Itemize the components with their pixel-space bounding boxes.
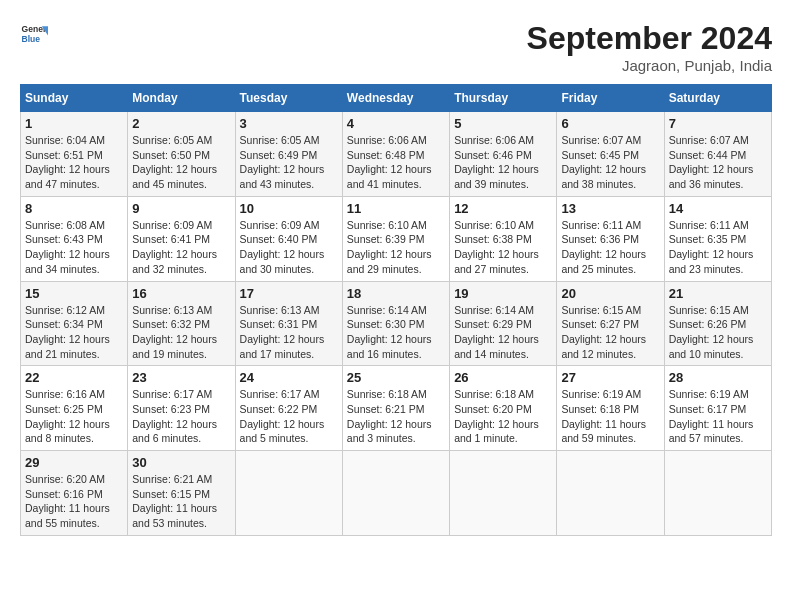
calendar-week-1: 1 Sunrise: 6:04 AMSunset: 6:51 PMDayligh… <box>21 112 772 197</box>
calendar-cell: 7 Sunrise: 6:07 AMSunset: 6:44 PMDayligh… <box>664 112 771 197</box>
day-number: 30 <box>132 455 230 470</box>
day-number: 17 <box>240 286 338 301</box>
logo: General Blue <box>20 20 48 48</box>
day-detail: Sunrise: 6:13 AMSunset: 6:32 PMDaylight:… <box>132 304 217 360</box>
calendar-cell: 21 Sunrise: 6:15 AMSunset: 6:26 PMDaylig… <box>664 281 771 366</box>
calendar-cell: 20 Sunrise: 6:15 AMSunset: 6:27 PMDaylig… <box>557 281 664 366</box>
day-detail: Sunrise: 6:10 AMSunset: 6:38 PMDaylight:… <box>454 219 539 275</box>
day-detail: Sunrise: 6:17 AMSunset: 6:22 PMDaylight:… <box>240 388 325 444</box>
day-number: 11 <box>347 201 445 216</box>
day-detail: Sunrise: 6:09 AMSunset: 6:41 PMDaylight:… <box>132 219 217 275</box>
day-number: 12 <box>454 201 552 216</box>
day-number: 14 <box>669 201 767 216</box>
col-sunday: Sunday <box>21 85 128 112</box>
location: Jagraon, Punjab, India <box>527 57 772 74</box>
calendar-cell: 26 Sunrise: 6:18 AMSunset: 6:20 PMDaylig… <box>450 366 557 451</box>
day-detail: Sunrise: 6:18 AMSunset: 6:21 PMDaylight:… <box>347 388 432 444</box>
day-detail: Sunrise: 6:12 AMSunset: 6:34 PMDaylight:… <box>25 304 110 360</box>
day-detail: Sunrise: 6:17 AMSunset: 6:23 PMDaylight:… <box>132 388 217 444</box>
day-detail: Sunrise: 6:05 AMSunset: 6:50 PMDaylight:… <box>132 134 217 190</box>
day-detail: Sunrise: 6:10 AMSunset: 6:39 PMDaylight:… <box>347 219 432 275</box>
col-friday: Friday <box>557 85 664 112</box>
svg-text:Blue: Blue <box>22 34 41 44</box>
day-number: 8 <box>25 201 123 216</box>
day-detail: Sunrise: 6:18 AMSunset: 6:20 PMDaylight:… <box>454 388 539 444</box>
day-number: 25 <box>347 370 445 385</box>
day-number: 15 <box>25 286 123 301</box>
day-detail: Sunrise: 6:13 AMSunset: 6:31 PMDaylight:… <box>240 304 325 360</box>
day-number: 1 <box>25 116 123 131</box>
calendar-cell: 23 Sunrise: 6:17 AMSunset: 6:23 PMDaylig… <box>128 366 235 451</box>
calendar-cell: 4 Sunrise: 6:06 AMSunset: 6:48 PMDayligh… <box>342 112 449 197</box>
calendar-cell: 19 Sunrise: 6:14 AMSunset: 6:29 PMDaylig… <box>450 281 557 366</box>
day-detail: Sunrise: 6:11 AMSunset: 6:35 PMDaylight:… <box>669 219 754 275</box>
day-number: 18 <box>347 286 445 301</box>
calendar-cell: 15 Sunrise: 6:12 AMSunset: 6:34 PMDaylig… <box>21 281 128 366</box>
day-number: 16 <box>132 286 230 301</box>
day-number: 28 <box>669 370 767 385</box>
day-number: 6 <box>561 116 659 131</box>
day-detail: Sunrise: 6:16 AMSunset: 6:25 PMDaylight:… <box>25 388 110 444</box>
day-detail: Sunrise: 6:05 AMSunset: 6:49 PMDaylight:… <box>240 134 325 190</box>
calendar-cell: 16 Sunrise: 6:13 AMSunset: 6:32 PMDaylig… <box>128 281 235 366</box>
day-number: 23 <box>132 370 230 385</box>
calendar-cell: 22 Sunrise: 6:16 AMSunset: 6:25 PMDaylig… <box>21 366 128 451</box>
calendar-cell: 27 Sunrise: 6:19 AMSunset: 6:18 PMDaylig… <box>557 366 664 451</box>
calendar-cell: 5 Sunrise: 6:06 AMSunset: 6:46 PMDayligh… <box>450 112 557 197</box>
day-detail: Sunrise: 6:14 AMSunset: 6:30 PMDaylight:… <box>347 304 432 360</box>
day-number: 26 <box>454 370 552 385</box>
calendar-cell: 8 Sunrise: 6:08 AMSunset: 6:43 PMDayligh… <box>21 196 128 281</box>
calendar-cell: 24 Sunrise: 6:17 AMSunset: 6:22 PMDaylig… <box>235 366 342 451</box>
calendar-cell: 12 Sunrise: 6:10 AMSunset: 6:38 PMDaylig… <box>450 196 557 281</box>
day-number: 21 <box>669 286 767 301</box>
day-detail: Sunrise: 6:06 AMSunset: 6:46 PMDaylight:… <box>454 134 539 190</box>
month-title: September 2024 <box>527 20 772 57</box>
calendar-cell: 25 Sunrise: 6:18 AMSunset: 6:21 PMDaylig… <box>342 366 449 451</box>
day-detail: Sunrise: 6:21 AMSunset: 6:15 PMDaylight:… <box>132 473 217 529</box>
day-detail: Sunrise: 6:15 AMSunset: 6:26 PMDaylight:… <box>669 304 754 360</box>
title-block: September 2024 Jagraon, Punjab, India <box>527 20 772 74</box>
day-detail: Sunrise: 6:14 AMSunset: 6:29 PMDaylight:… <box>454 304 539 360</box>
day-number: 5 <box>454 116 552 131</box>
logo-icon: General Blue <box>20 20 48 48</box>
col-saturday: Saturday <box>664 85 771 112</box>
calendar-cell <box>664 451 771 536</box>
day-number: 24 <box>240 370 338 385</box>
calendar-cell: 28 Sunrise: 6:19 AMSunset: 6:17 PMDaylig… <box>664 366 771 451</box>
calendar-cell <box>342 451 449 536</box>
page-header: General Blue September 2024 Jagraon, Pun… <box>20 20 772 74</box>
col-tuesday: Tuesday <box>235 85 342 112</box>
day-detail: Sunrise: 6:15 AMSunset: 6:27 PMDaylight:… <box>561 304 646 360</box>
day-detail: Sunrise: 6:06 AMSunset: 6:48 PMDaylight:… <box>347 134 432 190</box>
calendar-week-2: 8 Sunrise: 6:08 AMSunset: 6:43 PMDayligh… <box>21 196 772 281</box>
calendar-cell: 9 Sunrise: 6:09 AMSunset: 6:41 PMDayligh… <box>128 196 235 281</box>
calendar-cell <box>235 451 342 536</box>
day-number: 10 <box>240 201 338 216</box>
calendar-cell: 11 Sunrise: 6:10 AMSunset: 6:39 PMDaylig… <box>342 196 449 281</box>
calendar-cell: 3 Sunrise: 6:05 AMSunset: 6:49 PMDayligh… <box>235 112 342 197</box>
day-number: 4 <box>347 116 445 131</box>
day-detail: Sunrise: 6:20 AMSunset: 6:16 PMDaylight:… <box>25 473 110 529</box>
day-number: 3 <box>240 116 338 131</box>
day-number: 29 <box>25 455 123 470</box>
calendar-week-3: 15 Sunrise: 6:12 AMSunset: 6:34 PMDaylig… <box>21 281 772 366</box>
day-number: 27 <box>561 370 659 385</box>
calendar-cell: 6 Sunrise: 6:07 AMSunset: 6:45 PMDayligh… <box>557 112 664 197</box>
day-number: 22 <box>25 370 123 385</box>
day-detail: Sunrise: 6:09 AMSunset: 6:40 PMDaylight:… <box>240 219 325 275</box>
calendar-cell <box>450 451 557 536</box>
day-number: 19 <box>454 286 552 301</box>
day-detail: Sunrise: 6:11 AMSunset: 6:36 PMDaylight:… <box>561 219 646 275</box>
col-monday: Monday <box>128 85 235 112</box>
calendar-cell: 17 Sunrise: 6:13 AMSunset: 6:31 PMDaylig… <box>235 281 342 366</box>
calendar-cell: 10 Sunrise: 6:09 AMSunset: 6:40 PMDaylig… <box>235 196 342 281</box>
calendar-week-5: 29 Sunrise: 6:20 AMSunset: 6:16 PMDaylig… <box>21 451 772 536</box>
col-wednesday: Wednesday <box>342 85 449 112</box>
calendar-cell <box>557 451 664 536</box>
day-number: 7 <box>669 116 767 131</box>
day-detail: Sunrise: 6:08 AMSunset: 6:43 PMDaylight:… <box>25 219 110 275</box>
day-number: 13 <box>561 201 659 216</box>
col-thursday: Thursday <box>450 85 557 112</box>
calendar-cell: 13 Sunrise: 6:11 AMSunset: 6:36 PMDaylig… <box>557 196 664 281</box>
calendar-cell: 14 Sunrise: 6:11 AMSunset: 6:35 PMDaylig… <box>664 196 771 281</box>
